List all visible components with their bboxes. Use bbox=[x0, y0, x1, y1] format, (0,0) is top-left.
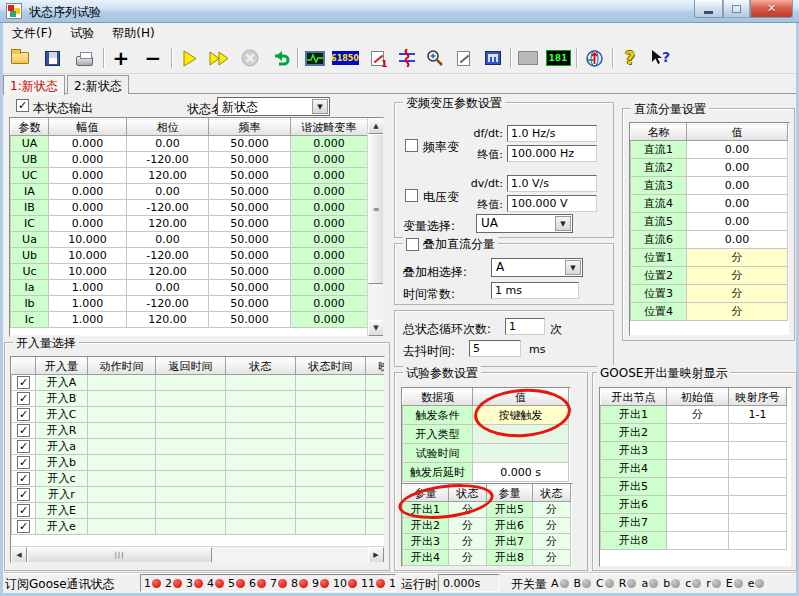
cell[interactable]: 开出6 bbox=[601, 496, 667, 514]
cell[interactable]: 0.00 bbox=[687, 159, 788, 177]
cell[interactable] bbox=[296, 375, 366, 391]
cell[interactable]: 0.00 bbox=[687, 231, 788, 249]
cell[interactable] bbox=[366, 423, 386, 439]
cell[interactable]: -120.00 bbox=[127, 200, 209, 216]
cell[interactable]: 开出2 bbox=[601, 424, 667, 442]
cell[interactable]: 触发条件 bbox=[403, 406, 473, 425]
cell[interactable] bbox=[226, 487, 296, 503]
cell[interactable] bbox=[156, 503, 226, 519]
cell[interactable] bbox=[88, 455, 156, 471]
cell[interactable]: UC bbox=[11, 168, 49, 184]
cell[interactable]: 开出5 bbox=[601, 478, 667, 496]
binary-input-hscroll[interactable]: ◀ ||| ▶ bbox=[11, 546, 384, 562]
cell[interactable]: IA bbox=[11, 184, 49, 200]
cell[interactable]: 0.000 bbox=[49, 216, 127, 232]
run-button[interactable] bbox=[175, 45, 203, 71]
cell[interactable]: 0.000 bbox=[291, 216, 368, 232]
scroll-right-icon[interactable]: ▶ bbox=[368, 547, 384, 563]
cell[interactable]: 1.000 bbox=[49, 312, 127, 328]
row-checkbox[interactable]: ✓ bbox=[17, 440, 30, 453]
cell[interactable]: 位置2 bbox=[631, 267, 687, 285]
cell[interactable]: 0.000 bbox=[49, 168, 127, 184]
cell[interactable] bbox=[366, 375, 386, 391]
cell[interactable] bbox=[156, 375, 226, 391]
cell[interactable]: 开出2 bbox=[403, 518, 449, 534]
cell[interactable] bbox=[156, 471, 226, 487]
cell[interactable]: 开出3 bbox=[403, 534, 449, 550]
cell[interactable]: 50.000 bbox=[209, 136, 291, 152]
cell[interactable]: 开出6 bbox=[487, 518, 533, 534]
cell[interactable] bbox=[226, 423, 296, 439]
cell[interactable]: 位置4 bbox=[631, 303, 687, 321]
cell[interactable] bbox=[226, 391, 296, 407]
maximize-button[interactable] bbox=[723, 0, 750, 18]
cell[interactable] bbox=[366, 407, 386, 423]
cell[interactable]: 直流4 bbox=[631, 195, 687, 213]
cell[interactable] bbox=[226, 407, 296, 423]
cell[interactable] bbox=[667, 460, 729, 478]
cell[interactable]: 120.00 bbox=[127, 216, 209, 232]
cell[interactable]: 开入r bbox=[36, 487, 88, 503]
cell[interactable]: 0.000 bbox=[291, 232, 368, 248]
cell[interactable] bbox=[296, 503, 366, 519]
cell[interactable]: 位置1 bbox=[631, 249, 687, 267]
cell[interactable]: 120.00 bbox=[127, 264, 209, 280]
cell[interactable] bbox=[226, 455, 296, 471]
cell[interactable]: Ib bbox=[11, 296, 49, 312]
cell[interactable] bbox=[729, 478, 787, 496]
row-checkbox[interactable]: ✓ bbox=[17, 472, 30, 485]
cell[interactable] bbox=[88, 519, 156, 535]
cell[interactable]: UA bbox=[11, 136, 49, 152]
cell[interactable]: 50.000 bbox=[209, 296, 291, 312]
row-checkbox-cell[interactable]: ✓ bbox=[12, 375, 36, 391]
row-checkbox[interactable]: ✓ bbox=[17, 408, 30, 421]
cell[interactable]: 0.00 bbox=[127, 136, 209, 152]
cell[interactable] bbox=[296, 391, 366, 407]
scroll-down-icon[interactable]: ▼ bbox=[368, 320, 384, 336]
cell[interactable] bbox=[156, 487, 226, 503]
row-checkbox[interactable]: ✓ bbox=[17, 424, 30, 437]
row-checkbox-cell[interactable]: ✓ bbox=[12, 407, 36, 423]
debounce-input[interactable] bbox=[469, 340, 521, 357]
context-help-button[interactable]: ? bbox=[646, 45, 674, 71]
cell[interactable]: 开入B bbox=[36, 391, 88, 407]
cell[interactable] bbox=[226, 519, 296, 535]
cell[interactable]: 开入e bbox=[36, 519, 88, 535]
volt-ramp-checkbox[interactable] bbox=[405, 189, 418, 202]
cell[interactable]: 分 bbox=[687, 285, 788, 303]
cell[interactable]: 开出7 bbox=[601, 514, 667, 532]
tab-state-2[interactable]: 2:新状态 bbox=[67, 75, 129, 94]
cell[interactable]: 直流3 bbox=[631, 177, 687, 195]
cell[interactable]: 开入a bbox=[36, 439, 88, 455]
cell[interactable]: Ub bbox=[11, 248, 49, 264]
cell[interactable]: 开出8 bbox=[601, 532, 667, 550]
cell[interactable]: Ua bbox=[11, 232, 49, 248]
cell[interactable]: 0.00 bbox=[127, 280, 209, 296]
cell[interactable] bbox=[156, 423, 226, 439]
scroll-track[interactable]: ||| bbox=[27, 547, 368, 562]
run-continuous-button[interactable] bbox=[205, 45, 233, 71]
cell[interactable] bbox=[729, 442, 787, 460]
row-checkbox-cell[interactable]: ✓ bbox=[12, 487, 36, 503]
dfdt-input[interactable] bbox=[507, 125, 597, 142]
cell[interactable]: 分 bbox=[533, 550, 571, 566]
chevron-down-icon[interactable]: ▼ bbox=[555, 216, 571, 231]
cell[interactable]: 50.000 bbox=[209, 200, 291, 216]
cell[interactable]: 1.000 bbox=[49, 280, 127, 296]
chevron-down-icon[interactable]: ▼ bbox=[565, 260, 581, 275]
row-checkbox-cell[interactable]: ✓ bbox=[12, 423, 36, 439]
chevron-down-icon[interactable]: ▼ bbox=[312, 99, 328, 114]
cell[interactable]: 50.000 bbox=[209, 232, 291, 248]
add-state-button[interactable]: + bbox=[107, 45, 135, 71]
cell[interactable]: 开入类型 bbox=[403, 425, 473, 444]
cell[interactable]: 0.000 bbox=[49, 136, 127, 152]
scroll-thumb[interactable]: ≡ bbox=[368, 134, 384, 284]
cell[interactable] bbox=[473, 444, 569, 463]
cell[interactable] bbox=[296, 487, 366, 503]
print-button[interactable] bbox=[70, 45, 98, 71]
cell[interactable] bbox=[88, 375, 156, 391]
cell[interactable] bbox=[88, 503, 156, 519]
cell[interactable] bbox=[667, 532, 729, 550]
dc-overlay-checkbox[interactable] bbox=[406, 238, 419, 251]
cell[interactable]: 0.000 bbox=[291, 312, 368, 328]
